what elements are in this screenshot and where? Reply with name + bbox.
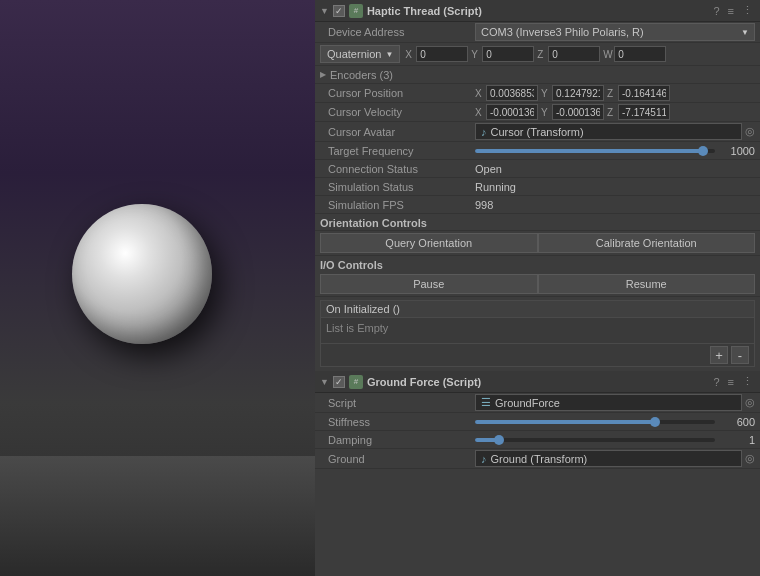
io-controls-title: I/O Controls [315, 256, 760, 272]
help-icon[interactable]: ? [711, 5, 721, 17]
menu-icon[interactable]: ⋮ [740, 4, 755, 17]
ground-row: Ground ♪ Ground (Transform) ◎ [315, 449, 760, 469]
quat-x-label: X [405, 49, 415, 60]
vel-x-label: X [475, 107, 485, 118]
ground-force-help-icon[interactable]: ? [711, 376, 721, 388]
cursor-avatar-name: Cursor (Transform) [491, 126, 584, 138]
quat-z-field: Z [537, 46, 600, 62]
resume-button[interactable]: Resume [538, 274, 756, 294]
cursor-pos-x: X [475, 85, 538, 101]
collapse-arrow[interactable]: ▼ [320, 6, 329, 16]
damping-track[interactable] [475, 438, 715, 442]
stiffness-track[interactable] [475, 420, 715, 424]
damping-thumb[interactable] [494, 435, 504, 445]
io-buttons-row: Pause Resume [315, 272, 760, 297]
quat-x-input[interactable] [416, 46, 468, 62]
stiffness-label: Stiffness [320, 416, 475, 428]
pos-z-label: Z [607, 88, 617, 99]
encoders-row: ▶ Encoders (3) [315, 66, 760, 84]
vel-z-label: Z [607, 107, 617, 118]
target-frequency-track[interactable] [475, 149, 715, 153]
settings-icon[interactable]: ≡ [726, 5, 736, 17]
connection-status-label: Connection Status [320, 163, 475, 175]
cursor-vel-z: Z [607, 104, 670, 120]
encoders-label: Encoders (3) [330, 69, 485, 81]
script-row: Script ☰ GroundForce ◎ [315, 393, 760, 413]
cursor-position-fields: X Y Z [475, 85, 670, 101]
quat-y-input[interactable] [482, 46, 534, 62]
cursor-velocity-row: Cursor Velocity X Y Z [315, 103, 760, 122]
ground-obj-icon: ♪ [481, 453, 487, 465]
quaternion-select[interactable]: Quaternion [320, 45, 400, 63]
script-obj-icon: ☰ [481, 396, 491, 409]
device-address-row: Device Address COM3 (Inverse3 Philo Pola… [315, 22, 760, 43]
vel-y-input[interactable] [552, 104, 604, 120]
vel-z-input[interactable] [618, 104, 670, 120]
simulation-status-label: Simulation Status [320, 181, 475, 193]
pause-button[interactable]: Pause [320, 274, 538, 294]
quaternion-fields: X Y Z W [400, 46, 755, 62]
inspector-panel: ▼ # Haptic Thread (Script) ? ≡ ⋮ Device … [315, 0, 760, 576]
ground-force-icon: # [349, 375, 363, 389]
cursor-avatar-selector[interactable]: ◎ [745, 125, 755, 138]
cursor-avatar-field: ♪ Cursor (Transform) [475, 123, 742, 140]
stiffness-thumb[interactable] [650, 417, 660, 427]
cursor-avatar-icon: ♪ [481, 126, 487, 138]
vel-y-label: Y [541, 107, 551, 118]
header-icons: ? ≡ ⋮ [711, 4, 755, 17]
pos-y-label: Y [541, 88, 551, 99]
cursor-position-label: Cursor Position [320, 87, 475, 99]
quaternion-row: Quaternion X Y Z W [315, 43, 760, 66]
cursor-pos-y: Y [541, 85, 604, 101]
ground-plane [0, 456, 315, 576]
script-name: GroundForce [495, 397, 560, 409]
script-selector[interactable]: ◎ [745, 396, 755, 409]
target-frequency-thumb[interactable] [698, 146, 708, 156]
device-address-label: Device Address [320, 26, 475, 38]
simulation-status-value: Running [475, 181, 755, 193]
stiffness-fill [475, 420, 655, 424]
on-initialized-empty: List is Empty [326, 322, 388, 334]
haptic-thread-checkbox[interactable] [333, 5, 345, 17]
quaternion-vec-fields: X Y Z W [405, 46, 666, 62]
quat-w-input[interactable] [614, 46, 666, 62]
pos-x-input[interactable] [486, 85, 538, 101]
cursor-pos-z: Z [607, 85, 670, 101]
remove-event-button[interactable]: - [731, 346, 749, 364]
stiffness-row: Stiffness 600 [315, 413, 760, 431]
query-orientation-button[interactable]: Query Orientation [320, 233, 538, 253]
ground-force-collapse-arrow[interactable]: ▼ [320, 377, 329, 387]
ground-force-menu-icon[interactable]: ⋮ [740, 375, 755, 388]
ground-force-checkbox[interactable] [333, 376, 345, 388]
calibrate-orientation-button[interactable]: Calibrate Orientation [538, 233, 756, 253]
ground-field: ♪ Ground (Transform) [475, 450, 742, 467]
sphere-mesh [72, 204, 212, 344]
quat-z-input[interactable] [548, 46, 600, 62]
device-address-dropdown[interactable]: COM3 (Inverse3 Philo Polaris, R) [475, 23, 755, 41]
cursor-velocity-fields: X Y Z [475, 104, 670, 120]
on-initialized-header: On Initialized () [321, 301, 754, 318]
script-icon: # [349, 4, 363, 18]
pos-z-input[interactable] [618, 85, 670, 101]
ground-selector[interactable]: ◎ [745, 452, 755, 465]
cursor-avatar-row: Cursor Avatar ♪ Cursor (Transform) ◎ [315, 122, 760, 142]
haptic-thread-title: Haptic Thread (Script) [367, 5, 712, 17]
on-initialized-body: List is Empty [321, 318, 754, 343]
cursor-vel-x: X [475, 104, 538, 120]
on-initialized-footer: + - [321, 343, 754, 366]
damping-row: Damping 1 [315, 431, 760, 449]
simulation-status-row: Simulation Status Running [315, 178, 760, 196]
ground-force-settings-icon[interactable]: ≡ [726, 376, 736, 388]
quat-y-field: Y [471, 46, 534, 62]
damping-label: Damping [320, 434, 475, 446]
quaternion-label: Quaternion [327, 48, 381, 60]
quat-x-field: X [405, 46, 468, 62]
pos-y-input[interactable] [552, 85, 604, 101]
ground-label: Ground [320, 453, 475, 465]
add-event-button[interactable]: + [710, 346, 728, 364]
damping-slider-container: 1 [475, 434, 755, 446]
simulation-fps-row: Simulation FPS 998 [315, 196, 760, 214]
cursor-velocity-label: Cursor Velocity [320, 106, 475, 118]
vel-x-input[interactable] [486, 104, 538, 120]
encoders-arrow[interactable]: ▶ [320, 70, 326, 79]
